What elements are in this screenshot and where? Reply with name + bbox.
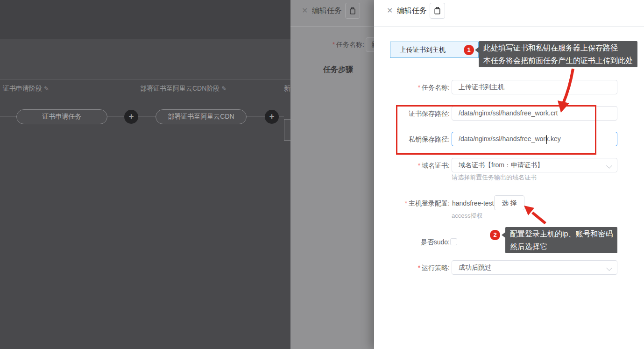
host-select-button[interactable]: 选 择: [494, 195, 524, 210]
chevron-down-icon[interactable]: [606, 163, 612, 169]
close-icon[interactable]: ✕: [302, 6, 308, 15]
field-label: *任务名称:: [299, 41, 364, 49]
run-strategy-value: 成功后跳过: [459, 264, 491, 271]
stage-title: 证书申请阶段: [3, 85, 42, 92]
divider: [374, 26, 644, 27]
annotation-step-1-badge: 1: [464, 45, 474, 55]
cert-path-input[interactable]: /data/nginx/ssl/handsfree_work.crt: [452, 106, 617, 121]
add-task-button[interactable]: +: [124, 110, 138, 124]
stage-title: 新阶段: [284, 85, 290, 92]
field-label: *任务名称:: [384, 84, 450, 92]
field-helper: 请选择前置任务输出的域名证书: [452, 173, 537, 182]
edit-task-drawer-back: ✕ 编辑任务 *任务名称: 新 任务步骤: [290, 0, 374, 349]
required-mark: *: [418, 264, 420, 271]
field-label: *主机登录配置:: [384, 199, 450, 208]
task-node-partial[interactable]: [284, 119, 290, 141]
page: 证书申请阶段✎ 部署证书至阿里云CDN阶段✎ 新阶段 证书申请任务 + 部署证书…: [0, 0, 644, 349]
domain-cert-select[interactable]: 域名证书【from：申请证书】: [452, 158, 617, 172]
required-mark: *: [418, 162, 420, 169]
field-label: *域名证书:: [384, 162, 450, 170]
stage-title: 部署证书至阿里云CDN阶段: [140, 85, 219, 92]
required-mark: *: [418, 84, 420, 91]
task-steps-heading: 任务步骤: [323, 65, 353, 75]
field-label: 是否sudo:: [384, 238, 450, 247]
required-mark: *: [405, 199, 407, 207]
tooltip-line: 配置登录主机的ip、账号和密码: [510, 228, 613, 240]
field-helper: access授权: [452, 212, 482, 220]
trash-icon: [433, 7, 441, 15]
drawer-title: 编辑任务: [397, 6, 427, 16]
divider: [290, 26, 374, 27]
delete-task-button[interactable]: [345, 3, 360, 19]
delete-task-button[interactable]: [430, 3, 445, 19]
key-path-input[interactable]: /data/nginx/ssl/handsfree_work.key: [452, 132, 617, 146]
annotation-tooltip-2: 配置登录主机的ip、账号和密码 然后选择它: [505, 227, 617, 253]
field-label: 证书保存路径:: [384, 110, 450, 118]
annotation-step-2-badge: 2: [490, 230, 500, 240]
task-name-input-back[interactable]: 新: [366, 37, 374, 52]
stage-header: 证书申请阶段✎: [3, 85, 49, 93]
task-node-label: 证书申请任务: [42, 113, 82, 121]
task-name-input[interactable]: 上传证书到主机: [452, 80, 617, 94]
run-strategy-select[interactable]: 成功后跳过: [452, 260, 617, 275]
field-label: *运行策略:: [384, 264, 450, 272]
stage-header: 部署证书至阿里云CDN阶段✎: [140, 85, 226, 93]
text-caret: [546, 135, 547, 144]
required-mark: *: [333, 41, 335, 48]
task-node-deploy-cdn[interactable]: 部署证书至阿里云CDN: [156, 109, 247, 124]
annotation-tooltip-1: 此处填写证书和私钥在服务器上保存路径 本任务将会把前面任务产生的证书上传到此处: [479, 41, 637, 67]
field-label: 私钥保存路径:: [384, 135, 450, 144]
task-node-cert-request[interactable]: 证书申请任务: [16, 109, 107, 124]
app-topbar: [0, 0, 290, 39]
tooltip-line: 此处填写证书和私钥在服务器上保存路径: [483, 42, 633, 54]
edit-stage-icon[interactable]: ✎: [44, 85, 49, 92]
tooltip-line: 本任务将会把前面任务产生的证书上传到此处: [483, 54, 633, 67]
tooltip-line: 然后选择它: [510, 240, 613, 253]
trash-icon: [349, 7, 356, 15]
divider: [0, 79, 290, 80]
edit-stage-icon[interactable]: ✎: [221, 85, 226, 92]
key-path-value: /data/nginx/ssl/handsfree_work.key: [459, 135, 561, 142]
sudo-checkbox[interactable]: [450, 238, 457, 245]
close-icon[interactable]: ✕: [387, 6, 393, 15]
add-task-button[interactable]: +: [265, 110, 279, 124]
chevron-down-icon[interactable]: [606, 265, 612, 271]
stage-header: 新阶段: [284, 85, 290, 93]
task-node-label: 部署证书至阿里云CDN: [168, 113, 234, 121]
host-login-value: handsfree-test: [452, 199, 494, 207]
drawer-title: 编辑任务: [312, 6, 342, 16]
domain-cert-value: 域名证书【from：申请证书】: [459, 161, 544, 169]
workflow-background: 证书申请阶段✎ 部署证书至阿里云CDN阶段✎ 新阶段 证书申请任务 + 部署证书…: [0, 0, 290, 349]
workflow-toolbar: [0, 39, 290, 79]
